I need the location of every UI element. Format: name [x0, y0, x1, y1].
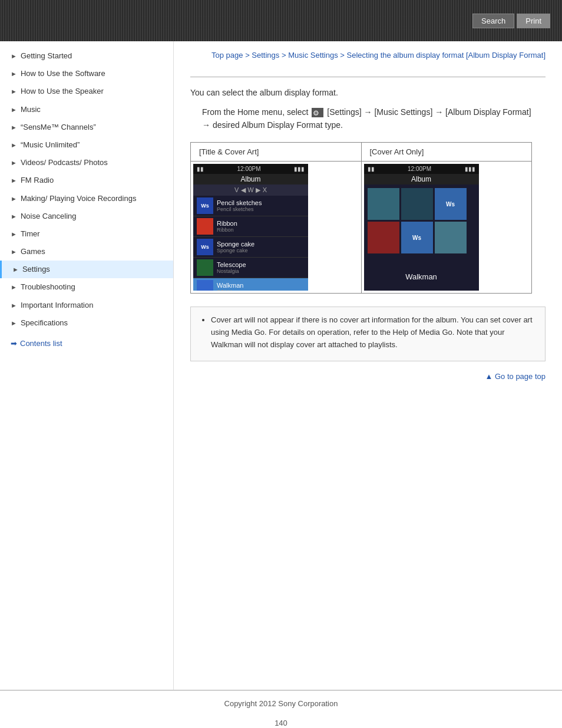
sidebar-arrow-icon: ►	[11, 319, 17, 328]
phone1-screen: ▮▮ 12:00PM ▮▮▮ Album V ◀ W ▶ X	[193, 164, 308, 291]
sidebar-item-sensme[interactable]: ►“SensMe™ Channels”	[0, 118, 173, 136]
sidebar-item-getting-started[interactable]: ►Getting Started	[0, 47, 173, 65]
go-to-top: ▲ Go to page top	[190, 372, 546, 381]
sidebar-arrow-icon: ►	[11, 70, 17, 78]
search-button[interactable]: Search	[472, 14, 514, 28]
desired-text: desired Album Display Format type.	[213, 120, 343, 130]
phone1-thumb-2	[197, 218, 213, 235]
phone2-status-bar: ▮▮ 12:00PM ▮▮▮	[364, 164, 479, 174]
sidebar-arrow-icon: ►	[11, 283, 17, 292]
note-list: Cover art will not appear if there is no…	[200, 314, 535, 351]
copyright-text: Copyright 2012 Sony Corporation	[224, 699, 338, 708]
sidebar-arrow-icon: ►	[11, 159, 17, 167]
thumb-ws2: Ws	[401, 222, 433, 253]
phone1-item-3: Ws Sponge cake Sponge cake	[193, 237, 308, 258]
sidebar-arrow-icon: ►	[11, 123, 17, 132]
contents-list-arrow-icon: ➡	[11, 339, 17, 348]
music-settings-bracket: [Music Settings]	[374, 107, 432, 117]
phone1-thumb-4	[197, 259, 213, 276]
sidebar-item-troubleshooting[interactable]: ►Troubleshooting	[0, 278, 173, 296]
phone1-controls: V ◀ W ▶ X	[193, 185, 308, 196]
sidebar-item-important-info[interactable]: ►Important Information	[0, 297, 173, 314]
note-item: Cover art will not appear if there is no…	[211, 314, 535, 351]
phone2-battery-icon: ▮▮▮	[465, 166, 475, 172]
phone1-item-1: Ws Pencil sketches Pencil sketches	[193, 196, 308, 216]
sidebar-item-videos[interactable]: ►Videos/ Podcasts/ Photos	[0, 154, 173, 172]
instruction-line: From the Home menu, select [Settings] → …	[202, 106, 546, 132]
phone1-item-4: Telescope Nostalgia	[193, 258, 308, 278]
go-to-top-link[interactable]: ▲ Go to page top	[485, 372, 546, 381]
col2-header: [Cover Art Only]	[361, 143, 532, 162]
contents-list-link[interactable]: ➡ Contents list	[0, 332, 173, 353]
col1-header: [Title & Cover Art]	[191, 143, 362, 162]
sidebar-arrow-icon: ►	[11, 230, 17, 239]
phone2-thumb-grid: Ws Ws	[364, 185, 479, 257]
sidebar-arrow-icon: ►	[12, 265, 19, 274]
thumb-dark-blue	[401, 188, 433, 220]
phone1-thumb-5	[197, 280, 213, 291]
phone2-screen: ▮▮ 12:00PM ▮▮▮ Album Ws	[364, 164, 479, 291]
sidebar-item-games[interactable]: ►Games	[0, 243, 173, 261]
page-title-area	[190, 72, 546, 77]
sidebar-arrow-icon: ►	[11, 301, 17, 310]
arrow2-icon: →	[435, 107, 445, 117]
sidebar-item-use-speaker[interactable]: ►How to Use the Speaker	[0, 83, 173, 100]
thumb-red	[368, 222, 399, 253]
breadcrumb-music-settings[interactable]: Music Settings	[288, 51, 338, 60]
phone2-walkman-label: Walkman	[405, 272, 437, 281]
contents-list-label: Contents list	[20, 339, 62, 348]
content-intro: You can select the album display format.	[190, 88, 546, 97]
page-number: 140	[0, 713, 562, 728]
sidebar-item-timer[interactable]: ►Timer	[0, 225, 173, 243]
main-layout: ►Getting Started►How to Use the Software…	[0, 41, 562, 690]
phone1-battery-icon: ▮▮▮	[294, 166, 305, 172]
settings-icon	[312, 108, 323, 117]
instruction-from: From the Home menu, select	[202, 107, 309, 117]
phone1-thumb-1: Ws	[197, 197, 213, 214]
phone1-status-bar: ▮▮ 12:00PM ▮▮▮	[193, 164, 308, 174]
phone1-item-2: Ribbon Ribbon	[193, 216, 308, 237]
phone1-pause-icon: ▮▮	[197, 166, 204, 172]
phone1-title-bar: Album	[193, 174, 308, 185]
sidebar-arrow-icon: ►	[11, 248, 17, 256]
settings-bracket: [Settings]	[327, 107, 361, 117]
breadcrumb: Top page > Settings > Music Settings > S…	[190, 50, 546, 61]
header-buttons: Search Print	[472, 14, 550, 28]
sidebar-item-specifications[interactable]: ►Specifications	[0, 314, 173, 332]
breadcrumb-top-page[interactable]: Top page	[211, 51, 243, 60]
phone2-title-bar: Album	[364, 174, 479, 185]
print-button[interactable]: Print	[517, 14, 550, 28]
phone2-pause-icon: ▮▮	[368, 166, 375, 172]
sidebar-item-music-unlimited[interactable]: ►“Music Unlimited”	[0, 136, 173, 154]
thumb-ws1: Ws	[435, 188, 467, 220]
comparison-table: [Title & Cover Art] [Cover Art Only] ▮▮ …	[190, 142, 532, 294]
album-display-bracket: [Album Display Format]	[445, 107, 531, 117]
sidebar-arrow-icon: ►	[11, 212, 17, 221]
phone1-item-5: Walkman SONY	[193, 278, 308, 291]
thumb-teal	[435, 222, 467, 253]
sidebar-arrow-icon: ►	[11, 106, 17, 114]
sidebar-arrow-icon: ►	[11, 195, 17, 203]
sidebar-arrow-icon: ►	[11, 52, 17, 61]
sidebar-item-noise-canceling[interactable]: ►Noise Canceling	[0, 207, 173, 225]
sidebar-arrow-icon: ►	[11, 87, 17, 96]
arrow3-icon: →	[202, 120, 213, 130]
sidebar-item-music[interactable]: ►Music	[0, 101, 173, 118]
sidebar-item-use-software[interactable]: ►How to Use the Software	[0, 65, 173, 83]
thumb-landscape	[368, 188, 399, 220]
phone1-thumb-3: Ws	[197, 239, 213, 255]
breadcrumb-settings[interactable]: Settings	[252, 51, 279, 60]
sidebar-item-voice-recordings[interactable]: ►Making/ Playing Voice Recordings	[0, 190, 173, 207]
sidebar-arrow-icon: ►	[11, 176, 17, 185]
phone1-time: 12:00PM	[237, 166, 260, 172]
header: Search Print	[0, 0, 562, 41]
phone2-time: 12:00PM	[408, 166, 431, 172]
breadcrumb-current-page: Selecting the album display format [Albu…	[347, 51, 546, 60]
arrow1-icon: →	[364, 107, 375, 117]
sidebar-item-settings[interactable]: ►Settings	[0, 261, 173, 278]
content-area: Top page > Settings > Music Settings > S…	[174, 41, 562, 690]
sidebar: ►Getting Started►How to Use the Software…	[0, 41, 174, 690]
sidebar-arrow-icon: ►	[11, 141, 17, 150]
sidebar-item-fm-radio[interactable]: ►FM Radio	[0, 172, 173, 189]
footer: Copyright 2012 Sony Corporation	[0, 690, 562, 713]
